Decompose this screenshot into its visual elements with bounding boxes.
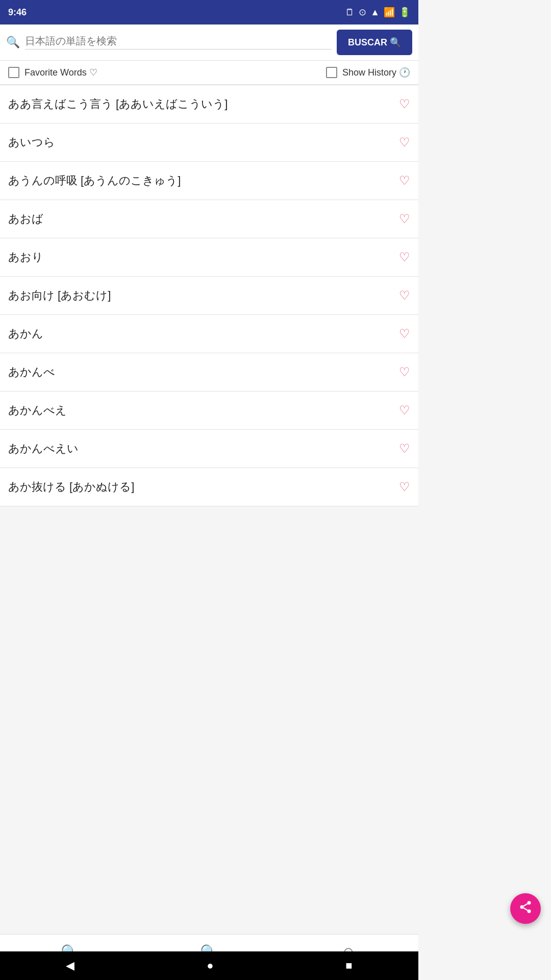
favorite-heart-icon[interactable]: ♡ xyxy=(399,97,410,111)
word-text: あかん xyxy=(8,326,43,341)
search-input[interactable] xyxy=(25,35,332,50)
word-item[interactable]: あおり ♡ xyxy=(0,238,418,277)
word-item[interactable]: あかんべ ♡ xyxy=(0,353,418,391)
search-bar: 🔍 BUSCAR 🔍 xyxy=(0,24,418,61)
favorite-heart-icon[interactable]: ♡ xyxy=(399,365,410,379)
favorite-filter: Favorite Words ♡ xyxy=(8,67,326,78)
favorite-heart-icon[interactable]: ♡ xyxy=(399,442,410,456)
buscar-button[interactable]: BUSCAR 🔍 xyxy=(337,30,412,55)
favorite-heart-icon[interactable]: ♡ xyxy=(399,212,410,226)
search-icon: 🔍 xyxy=(6,36,20,49)
status-icons: 🗒 ⊙ ▲ 📶 🔋 xyxy=(345,7,410,18)
favorite-label: Favorite Words ♡ xyxy=(24,67,97,78)
word-text: あかんべえい xyxy=(8,441,79,456)
word-item[interactable]: あおば ♡ xyxy=(0,200,418,238)
word-item[interactable]: あかん ♡ xyxy=(0,315,418,353)
status-time: 9:46 xyxy=(8,7,27,18)
favorite-heart-icon[interactable]: ♡ xyxy=(399,327,410,341)
word-text: あかんべえ xyxy=(8,403,67,418)
history-filter: Show History 🕐 xyxy=(326,67,410,78)
word-text: あいつら xyxy=(8,135,55,150)
battery-icon: 🔋 xyxy=(399,7,410,18)
word-text: あお向け [あおむけ] xyxy=(8,288,111,303)
status-bar: 9:46 🗒 ⊙ ▲ 📶 🔋 xyxy=(0,0,418,24)
notification-icon: 🗒 xyxy=(345,7,355,18)
sync-icon: ⊙ xyxy=(359,7,366,18)
word-item[interactable]: ああ言えばこう言う [ああいえばこういう] ♡ xyxy=(0,85,418,124)
favorite-heart-icon[interactable]: ♡ xyxy=(399,135,410,150)
wifi-icon: ▲ xyxy=(370,7,380,18)
word-text: あおば xyxy=(8,211,43,227)
favorite-heart-icon[interactable]: ♡ xyxy=(399,480,410,494)
filter-row: Favorite Words ♡ Show History 🕐 xyxy=(0,61,418,85)
word-item[interactable]: あうんの呼吸 [あうんのこきゅう] ♡ xyxy=(0,162,418,200)
word-item[interactable]: あいつら ♡ xyxy=(0,124,418,162)
signal-icon: 📶 xyxy=(384,7,395,18)
word-text: あおり xyxy=(8,250,43,265)
word-text: あか抜ける [あかぬける] xyxy=(8,479,134,495)
history-label: Show History 🕐 xyxy=(342,67,410,78)
word-text: ああ言えばこう言う [ああいえばこういう] xyxy=(8,96,228,112)
favorite-heart-icon[interactable]: ♡ xyxy=(399,403,410,418)
history-checkbox[interactable] xyxy=(326,67,337,78)
favorite-heart-icon[interactable]: ♡ xyxy=(399,174,410,188)
word-item[interactable]: あかんべえ ♡ xyxy=(0,391,418,430)
word-item[interactable]: あか抜ける [あかぬける] ♡ xyxy=(0,468,418,506)
word-item[interactable]: あかんべえい ♡ xyxy=(0,430,418,468)
favorite-checkbox[interactable] xyxy=(8,67,19,78)
word-text: あうんの呼吸 [あうんのこきゅう] xyxy=(8,173,181,188)
word-text: あかんべ xyxy=(8,364,55,380)
favorite-heart-icon[interactable]: ♡ xyxy=(399,250,410,264)
word-item[interactable]: あお向け [あおむけ] ♡ xyxy=(0,277,418,315)
favorite-heart-icon[interactable]: ♡ xyxy=(399,288,410,303)
word-list: ああ言えばこう言う [ああいえばこういう] ♡ あいつら ♡ あうんの呼吸 [あ… xyxy=(0,85,418,506)
